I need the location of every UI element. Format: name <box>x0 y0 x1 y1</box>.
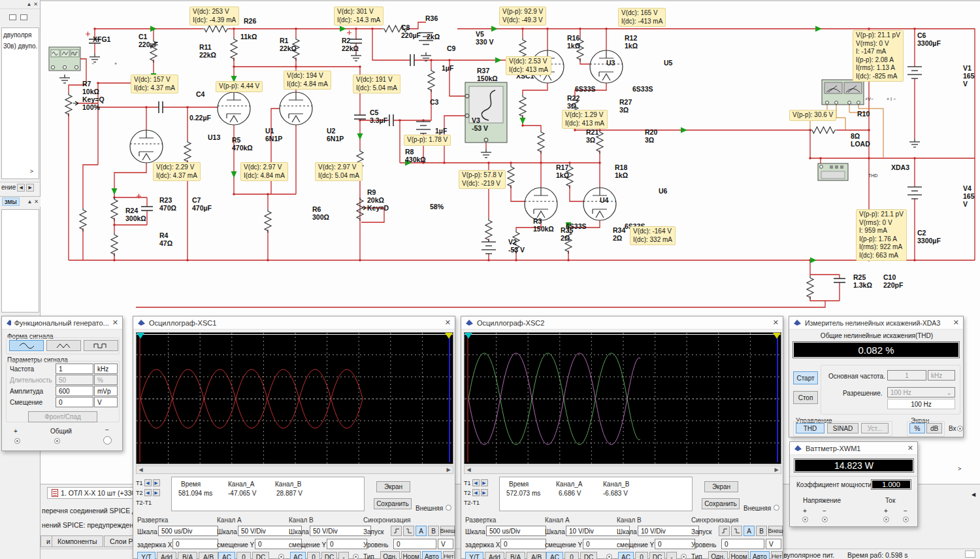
chb-scale-input[interactable]: 10 V/Div <box>638 526 699 536</box>
cha-dc-button[interactable]: DC <box>252 552 269 559</box>
chb-dc-button[interactable]: DC <box>649 552 665 559</box>
xsc1-titlebar[interactable]: Осциллограф-XSC1 ✕ <box>133 316 455 330</box>
db-button[interactable]: dB <box>926 423 942 433</box>
chb-ac-button[interactable]: AC <box>290 552 306 559</box>
copy-window-icon[interactable] <box>20 14 27 20</box>
scroll-right-icon[interactable]: ▶ <box>772 467 781 473</box>
t1-left-icon[interactable]: ◀ <box>144 479 152 486</box>
external-radio[interactable] <box>774 505 779 511</box>
level-input[interactable]: 0 <box>721 539 764 549</box>
i-plus-terminal[interactable] <box>883 517 889 522</box>
fg-offset-unit[interactable]: V <box>94 397 118 407</box>
percent-button[interactable]: % <box>909 423 925 433</box>
t1-left-icon[interactable]: ◀ <box>472 479 480 486</box>
chb-dash-button[interactable]: - <box>666 552 677 559</box>
square-wave-button[interactable] <box>84 340 118 351</box>
input-radio[interactable] <box>957 426 963 432</box>
tree-more[interactable]: > <box>30 166 33 177</box>
close-icon[interactable]: ✕ <box>33 1 38 7</box>
fg-freq-unit[interactable]: kHz <box>94 364 118 374</box>
fg-minus-terminal[interactable] <box>103 436 112 445</box>
type-normal-button[interactable]: Норм <box>401 551 421 559</box>
v-minus-terminal[interactable] <box>822 517 828 522</box>
t1-right-icon[interactable]: ▶ <box>153 479 160 486</box>
scroll-more-icon[interactable]: > <box>958 466 961 472</box>
close-icon[interactable]: ✕ <box>773 318 779 327</box>
tb-scale-input[interactable]: 500 us/Div <box>158 526 218 536</box>
tree-item[interactable]: двуполря <box>3 29 39 41</box>
close-icon[interactable]: ✕ <box>445 318 451 327</box>
tab-partial[interactable]: и <box>41 535 52 547</box>
cha-ac-button[interactable]: AC <box>546 552 563 559</box>
fg-offset-input[interactable]: 0 <box>56 397 93 407</box>
tab-left-icon[interactable]: ◀ <box>17 184 25 192</box>
type-none-button[interactable]: Нет <box>443 551 455 559</box>
design-tab[interactable]: 1. ОТЛ Х-Х 10 шт (+330в <box>47 487 144 499</box>
xsc2-titlebar[interactable]: Осциллограф-XSC2 ✕ <box>461 316 783 330</box>
falling-edge-button[interactable] <box>403 526 414 536</box>
fg-titlebar[interactable]: Функциональный генерато... ✕ <box>2 316 122 330</box>
add-button[interactable]: Add <box>157 552 176 559</box>
ba-button[interactable]: B/A <box>506 552 525 559</box>
v-plus-terminal[interactable] <box>802 517 808 522</box>
falling-edge-button[interactable] <box>731 526 742 536</box>
chb-ac-button[interactable]: AC <box>618 552 634 559</box>
close-icon[interactable]: ✕ <box>112 318 118 327</box>
save-button[interactable]: Сохранить <box>702 498 740 509</box>
yt-button[interactable]: Y/T <box>137 552 155 559</box>
screen-button[interactable]: Экран <box>376 481 410 492</box>
collapse-icon[interactable]: ▲ <box>27 199 32 205</box>
cha-radio[interactable] <box>278 554 284 559</box>
type-auto-button[interactable]: Авто <box>750 551 770 559</box>
trig-a-button[interactable]: A <box>416 526 427 536</box>
type-none-button[interactable]: Нет <box>771 551 783 559</box>
tb-scale-input[interactable]: 500 us/Div <box>486 526 546 536</box>
xsc2-scrollbar[interactable]: ◀▶ <box>464 466 781 474</box>
stop-button[interactable]: Стоп <box>793 391 818 404</box>
xwm1-titlebar[interactable]: Ваттметр-XWM1 ✕ <box>790 442 917 455</box>
tab-right-icon[interactable]: ▶ <box>26 184 34 192</box>
close-icon[interactable]: ✕ <box>34 199 39 205</box>
type-single-button[interactable]: Одн. <box>708 551 728 559</box>
xsc1-scrollbar[interactable]: ◀▶ <box>136 466 453 474</box>
cha-radio[interactable] <box>606 554 612 559</box>
sine-wave-button[interactable] <box>9 340 44 351</box>
new-window-icon[interactable] <box>9 14 16 20</box>
chb-radio[interactable] <box>353 554 359 559</box>
xda3-titlebar[interactable]: Измеритель нелинейных искажений-XDA3 ✕ <box>789 316 963 330</box>
trig-ext-button[interactable]: Внеш <box>440 526 455 536</box>
type-auto-button[interactable]: Авто <box>422 551 442 559</box>
trig-b-button[interactable]: B <box>428 526 439 536</box>
triangle-wave-button[interactable] <box>46 340 81 351</box>
rising-edge-button[interactable] <box>719 526 730 536</box>
fg-freq-input[interactable]: 1 <box>56 364 93 374</box>
fg-common-terminal[interactable] <box>54 438 60 444</box>
chb-dash-button[interactable]: - <box>338 552 349 559</box>
chb-zero-button[interactable]: 0 <box>635 552 648 559</box>
level-unit[interactable]: V <box>438 539 453 549</box>
xsc1-screen[interactable] <box>136 332 453 464</box>
xsc2-screen[interactable] <box>464 332 781 464</box>
cha-ac-button[interactable]: AC <box>218 552 235 559</box>
ab-button[interactable]: A/B <box>527 552 546 559</box>
type-single-button[interactable]: Одн. <box>380 551 400 559</box>
thd-button[interactable]: THD <box>796 423 825 433</box>
close-icon[interactable]: ✕ <box>907 444 913 452</box>
sinad-button[interactable]: SINAD <box>827 423 858 433</box>
resolution-select[interactable]: 100 Hz⌄ <box>887 387 955 398</box>
close-icon[interactable]: ✕ <box>953 318 959 327</box>
trig-ext-button[interactable]: Внеш <box>768 526 783 536</box>
t2-left-icon[interactable]: ◀ <box>144 489 152 496</box>
chb-scale-input[interactable]: 50 V/Div <box>310 526 371 536</box>
tab-components[interactable]: Компоненты <box>52 535 103 547</box>
i-minus-terminal[interactable] <box>903 517 909 522</box>
second-panel-tab[interactable]: змы <box>2 197 20 206</box>
tab-label[interactable]: ение <box>1 184 16 191</box>
cha-zero-button[interactable]: 0 <box>237 552 251 559</box>
toolbox-tree[interactable]: двуполря 30в) двупо. > <box>1 27 39 179</box>
screen-button[interactable]: Экран <box>704 481 738 492</box>
tb-xdelay-input[interactable]: 0 <box>500 539 546 549</box>
cha-zero-button[interactable]: 0 <box>564 552 579 559</box>
t1-right-icon[interactable]: ▶ <box>481 479 488 486</box>
ab-button[interactable]: A/B <box>199 552 218 559</box>
